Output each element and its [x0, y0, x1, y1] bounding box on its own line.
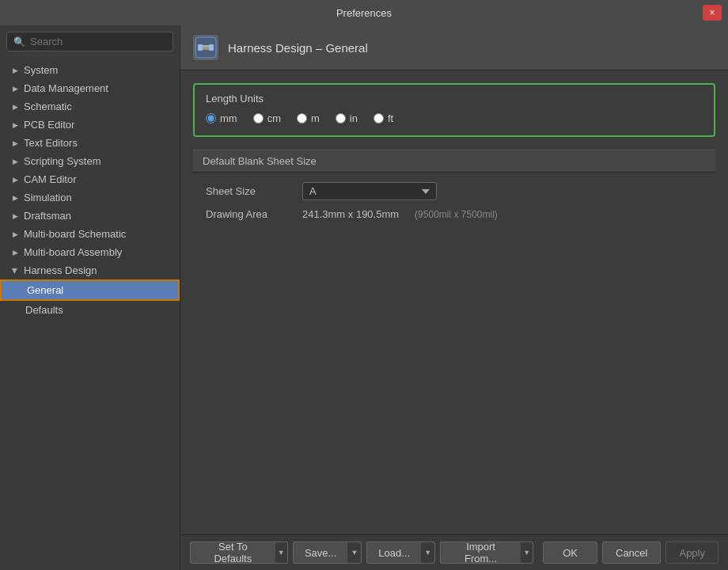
sheet-size-header: Default Blank Sheet Size — [193, 150, 715, 173]
radio-input-m[interactable] — [297, 113, 307, 124]
drawing-area-value: 241.3mm x 190.5mm — [302, 208, 399, 220]
sidebar-item-multi-board-schematic[interactable]: ▶ Multi-board Schematic — [0, 225, 180, 243]
bottom-bar: Set To Defaults ▼ Save... ▼ Load... ▼ Im… — [180, 534, 728, 570]
sidebar-item-label: Simulation — [24, 192, 72, 203]
drawing-area-secondary: (9500mil x 7500mil) — [415, 209, 498, 220]
length-units-section: Length Units mm cm m — [193, 83, 715, 137]
main-content: 🔍 ▶ System ▶ Data Management ▶ Schematic… — [0, 25, 728, 570]
page-header: Harness Design – General — [180, 25, 728, 70]
sidebar-item-label: Multi-board Schematic — [24, 228, 126, 240]
settings-content: Length Units mm cm m — [180, 70, 728, 534]
sidebar-item-system[interactable]: ▶ System — [0, 61, 180, 79]
sidebar-item-label: Multi-board Assembly — [24, 246, 122, 258]
radio-in[interactable]: in — [336, 112, 358, 124]
import-from-arrow[interactable]: ▼ — [521, 542, 533, 564]
save-button[interactable]: Save... — [293, 542, 347, 564]
sidebar-child-label: Defaults — [25, 304, 63, 316]
import-from-button[interactable]: Import From... — [440, 542, 521, 564]
sidebar-item-label: Text Editors — [24, 137, 78, 149]
sidebar-item-label: Scripting System — [24, 155, 101, 167]
sidebar-item-draftsman[interactable]: ▶ Draftsman — [0, 207, 180, 225]
expand-arrow-cam-editor: ▶ — [9, 174, 21, 185]
radio-label-m: m — [311, 112, 320, 124]
ok-button[interactable]: OK — [543, 542, 597, 564]
window-title: Preferences — [25, 7, 703, 19]
sheet-size-select[interactable]: A A4 A3 B C D — [302, 182, 437, 200]
search-box[interactable]: 🔍 — [6, 32, 173, 51]
radio-input-cm[interactable] — [253, 113, 264, 124]
save-group: Save... ▼ — [293, 542, 362, 564]
sidebar: 🔍 ▶ System ▶ Data Management ▶ Schematic… — [0, 25, 180, 570]
svg-rect-2 — [209, 44, 214, 51]
set-to-defaults-group: Set To Defaults ▼ — [190, 542, 288, 564]
sidebar-tree: ▶ System ▶ Data Management ▶ Schematic ▶… — [0, 58, 180, 570]
search-input[interactable] — [30, 36, 166, 48]
sidebar-item-label: Draftsman — [24, 210, 71, 222]
svg-rect-1 — [198, 44, 203, 51]
radio-input-mm[interactable] — [206, 113, 216, 124]
radio-input-in[interactable] — [336, 113, 346, 124]
apply-button[interactable]: Apply — [665, 542, 719, 564]
page-icon — [193, 35, 218, 60]
expand-arrow-scripting-system: ▶ — [9, 156, 21, 167]
radio-label-ft: ft — [388, 112, 393, 124]
sidebar-item-general[interactable]: General — [0, 279, 180, 301]
sidebar-item-pcb-editor[interactable]: ▶ PCB Editor — [0, 116, 180, 134]
set-to-defaults-button[interactable]: Set To Defaults — [190, 542, 275, 564]
sheet-size-row: Sheet Size A A4 A3 B C D — [206, 182, 703, 200]
import-from-group: Import From... ▼ — [440, 542, 533, 564]
length-units-label: Length Units — [206, 93, 703, 104]
sidebar-item-defaults[interactable]: Defaults — [0, 301, 180, 319]
expand-arrow-system: ▶ — [9, 65, 21, 76]
sidebar-item-cam-editor[interactable]: ▶ CAM Editor — [0, 170, 180, 188]
radio-label-cm: cm — [267, 112, 281, 124]
page-title: Harness Design – General — [228, 41, 368, 55]
sidebar-item-label: PCB Editor — [24, 119, 74, 131]
close-button[interactable]: × — [703, 5, 722, 21]
drawing-area-label: Drawing Area — [206, 208, 293, 220]
sidebar-item-label: CAM Editor — [24, 173, 76, 185]
sidebar-item-harness-design[interactable]: ▶ Harness Design — [0, 261, 180, 279]
radio-label-mm: mm — [220, 112, 237, 124]
sidebar-item-simulation[interactable]: ▶ Simulation — [0, 188, 180, 207]
sidebar-item-scripting-system[interactable]: ▶ Scripting System — [0, 152, 180, 170]
sidebar-item-label: Harness Design — [24, 264, 97, 276]
sidebar-item-label: Data Management — [24, 82, 108, 94]
radio-ft[interactable]: ft — [373, 112, 393, 124]
load-button[interactable]: Load... — [366, 542, 421, 564]
radio-cm[interactable]: cm — [253, 112, 281, 124]
search-icon: 🔍 — [13, 36, 25, 48]
save-arrow[interactable]: ▼ — [347, 542, 362, 564]
load-group: Load... ▼ — [366, 542, 435, 564]
sidebar-item-data-management[interactable]: ▶ Data Management — [0, 79, 180, 97]
sidebar-item-multi-board-assembly[interactable]: ▶ Multi-board Assembly — [0, 243, 180, 261]
expand-arrow-text-editors: ▶ — [9, 138, 21, 149]
content-area: Harness Design – General Length Units mm… — [180, 25, 728, 570]
sidebar-item-label: Schematic — [24, 101, 72, 112]
set-to-defaults-arrow[interactable]: ▼ — [275, 542, 288, 564]
sheet-section-content: Sheet Size A A4 A3 B C D Drawing Area 24… — [193, 173, 715, 238]
radio-label-in: in — [350, 112, 358, 124]
expand-arrow-simulation: ▶ — [9, 192, 21, 203]
title-bar: Preferences × — [0, 0, 728, 25]
sidebar-child-label: General — [27, 284, 63, 296]
expand-arrow-pcb-editor: ▶ — [9, 120, 21, 131]
expand-arrow-multi-board-assembly: ▶ — [9, 247, 21, 258]
load-arrow[interactable]: ▼ — [421, 542, 435, 564]
expand-arrow-data-management: ▶ — [9, 83, 21, 94]
sidebar-item-schematic[interactable]: ▶ Schematic — [0, 97, 180, 116]
sidebar-item-label: System — [24, 64, 58, 76]
sidebar-item-text-editors[interactable]: ▶ Text Editors — [0, 134, 180, 152]
expand-arrow-multi-board-schematic: ▶ — [9, 229, 21, 240]
radio-input-ft[interactable] — [373, 113, 384, 124]
drawing-area-row: Drawing Area 241.3mm x 190.5mm (9500mil … — [206, 208, 703, 220]
length-units-radio-group: mm cm m in f — [206, 112, 703, 124]
expand-arrow-draftsman: ▶ — [9, 211, 21, 222]
cancel-button[interactable]: Cancel — [602, 542, 661, 564]
expand-arrow-schematic: ▶ — [9, 101, 21, 112]
radio-mm[interactable]: mm — [206, 112, 237, 124]
radio-m[interactable]: m — [297, 112, 320, 124]
sheet-size-section: Default Blank Sheet Size Sheet Size A A4… — [193, 150, 715, 238]
expand-arrow-harness-design: ▶ — [9, 265, 21, 276]
sheet-size-label: Sheet Size — [206, 185, 293, 197]
